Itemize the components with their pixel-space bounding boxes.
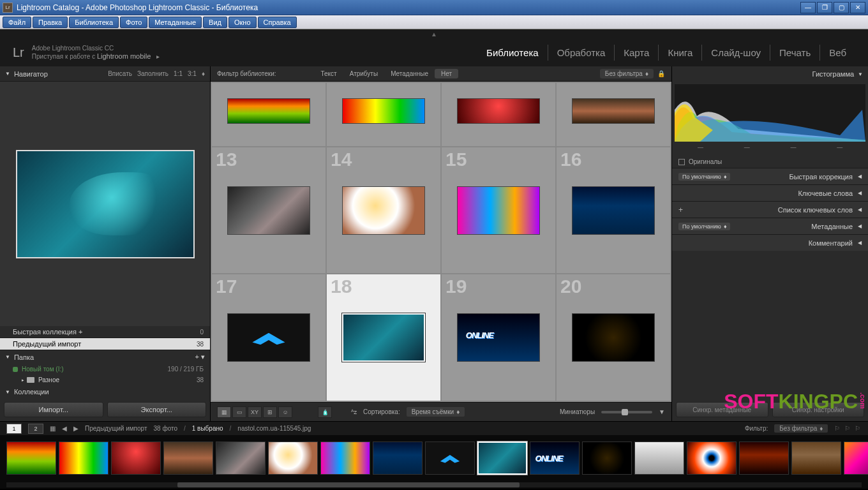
grid-cell[interactable]	[442, 83, 555, 146]
grid-cell[interactable]	[327, 83, 440, 146]
filmstrip-thumb[interactable]	[373, 442, 423, 475]
filter-none[interactable]: Нет	[435, 69, 458, 78]
menu-file[interactable]: Файл	[3, 17, 31, 28]
grid-cell[interactable]: 17	[212, 274, 326, 401]
menu-metadata[interactable]: Метаданные	[149, 17, 202, 28]
ratio-fill[interactable]: Заполнить	[137, 70, 168, 77]
histogram[interactable]	[675, 84, 865, 142]
filmstrip-thumb[interactable]	[59, 442, 108, 475]
filmstrip-thumb[interactable]	[530, 442, 580, 475]
module-book[interactable]: Книга	[659, 45, 702, 61]
filmstrip-filter-select[interactable]: Без фильтра ♦	[774, 424, 828, 433]
previous-import-row[interactable]: Предыдущий импорт 38	[0, 338, 210, 350]
filmstrip-thumb[interactable]	[163, 442, 213, 475]
filter-metadata[interactable]: Метаданные	[384, 69, 435, 78]
filmstrip-thumb[interactable]	[634, 442, 684, 475]
grid-cell[interactable]: 19	[442, 274, 555, 401]
window-2-button[interactable]: 2	[28, 424, 43, 434]
menu-library[interactable]: Библиотека	[69, 17, 119, 28]
filter-text[interactable]: Текст	[315, 69, 343, 78]
filmstrip-thumb[interactable]	[844, 442, 868, 475]
module-library[interactable]: Библиотека	[477, 45, 548, 61]
histogram-header[interactable]: Гистограмма▼	[672, 66, 868, 82]
disk-row[interactable]: Новый том (I:) 190 / 219 ГБ	[0, 364, 210, 375]
people-view-button[interactable]: ☺	[278, 406, 292, 418]
filmstrip-thumb[interactable]	[425, 442, 475, 475]
metadata-panel[interactable]: По умолчанию ♦ Метаданные◀	[672, 218, 868, 234]
module-develop[interactable]: Обработка	[548, 45, 615, 61]
folders-header[interactable]: ▼ Папка + ▾	[0, 350, 210, 364]
grid-cell[interactable]: 14	[327, 147, 440, 274]
folder-add-icon[interactable]: + ▾	[195, 353, 205, 361]
sort-order-icon[interactable]: ᴬᴢ	[351, 408, 357, 415]
meta-preset-select[interactable]: По умолчанию ♦	[678, 223, 730, 230]
sync-metadata-button[interactable]: Синхр. метаданные	[676, 402, 768, 417]
grid-cell[interactable]: 13	[212, 147, 326, 274]
survey-view-button[interactable]: ⊞	[263, 406, 277, 418]
restore-button[interactable]: ❐	[817, 2, 832, 13]
collapse-top-icon[interactable]: ▲	[0, 29, 868, 38]
grid-cell-selected[interactable]: 18	[327, 274, 440, 401]
scroll-thumb[interactable]	[177, 482, 520, 487]
originals-row[interactable]: Оригиналы	[672, 156, 868, 168]
module-print[interactable]: Печать	[770, 45, 820, 61]
window-1-button[interactable]: 1	[6, 424, 22, 434]
module-slideshow[interactable]: Слайд-шоу	[702, 45, 770, 61]
navigator-preview[interactable]	[0, 82, 210, 326]
filmstrip-thumb[interactable]	[6, 442, 56, 475]
lock-icon[interactable]: 🔒	[657, 70, 665, 77]
sync-settings-button[interactable]: Синхр. настройки	[772, 402, 865, 417]
filmstrip-thumb[interactable]	[320, 442, 370, 475]
compare-view-button[interactable]: XY	[248, 406, 262, 418]
grid-cell[interactable]: 16	[557, 147, 670, 274]
filmstrip-thumb[interactable]	[739, 442, 789, 475]
filmstrip-thumb[interactable]	[791, 442, 841, 475]
module-web[interactable]: Веб	[820, 45, 855, 61]
menu-view[interactable]: Вид	[203, 17, 227, 28]
ratio-fit[interactable]: Вписать	[108, 70, 132, 77]
menu-photo[interactable]: Фото	[120, 17, 147, 28]
spray-button[interactable]: 🧴	[318, 406, 332, 418]
export-button[interactable]: Экспорт...	[107, 402, 207, 417]
filmstrip-thumb[interactable]	[216, 442, 266, 475]
grid-cell[interactable]: 15	[442, 147, 555, 274]
source-label[interactable]: Предыдущий импорт	[85, 425, 147, 432]
filter-flags-icon[interactable]: ⚐ ⚐ ⚐	[834, 425, 862, 432]
filmstrip-scrollbar[interactable]	[0, 481, 868, 489]
filter-preset-select[interactable]: Без фильтра ♦	[600, 69, 654, 78]
filmstrip-thumb[interactable]	[687, 442, 737, 475]
grid-cell[interactable]	[557, 83, 670, 146]
ratio-3-1[interactable]: 3:1	[188, 70, 197, 77]
close-button[interactable]: ✕	[850, 2, 865, 13]
ratio-1-1[interactable]: 1:1	[174, 70, 183, 77]
grid-view-button[interactable]: ▦	[217, 406, 231, 418]
module-map[interactable]: Карта	[615, 45, 659, 61]
sort-select[interactable]: Время съёмки ♦	[407, 407, 465, 417]
thumbnail-grid[interactable]: 13 14 15 16 17 18 19 20	[211, 82, 671, 402]
grid-cell[interactable]	[212, 83, 326, 146]
maximize-button[interactable]: ▢	[834, 2, 849, 13]
keyword-list-panel[interactable]: + Список ключевых слов◀	[672, 201, 868, 218]
filmstrip-thumb[interactable]	[582, 442, 632, 475]
menu-edit[interactable]: Правка	[33, 17, 68, 28]
ratio-more-icon[interactable]: ♦	[202, 70, 205, 77]
minimize-button[interactable]: —	[800, 2, 816, 13]
comments-panel[interactable]: Комментарий◀	[672, 234, 868, 251]
filmstrip-thumb[interactable]	[268, 442, 318, 475]
quick-develop-panel[interactable]: По умолчанию ♦ Быстрая коррекция◀	[672, 168, 868, 184]
menu-help[interactable]: Справка	[258, 17, 297, 28]
import-button[interactable]: Импорт...	[4, 402, 103, 417]
nav-fwd-icon[interactable]: ▶	[73, 425, 79, 432]
grid-cell[interactable]: 20	[557, 274, 670, 401]
loupe-view-button[interactable]: ▭	[232, 406, 246, 418]
thumb-size-slider[interactable]	[601, 411, 652, 413]
checkbox-icon[interactable]	[678, 159, 685, 165]
menu-window[interactable]: Окно	[228, 17, 257, 28]
plus-icon[interactable]: +	[678, 205, 683, 214]
navigator-header[interactable]: ▼ Навигатор Вписать Заполнить 1:1 3:1 ♦	[0, 66, 210, 82]
filmstrip-thumb[interactable]	[111, 442, 161, 475]
folder-row[interactable]: ▸ Разное 38	[0, 375, 210, 385]
toolbar-more-icon[interactable]: ▼	[659, 408, 665, 415]
filmstrip[interactable]	[0, 435, 868, 481]
filmstrip-thumb-selected[interactable]	[477, 442, 527, 475]
